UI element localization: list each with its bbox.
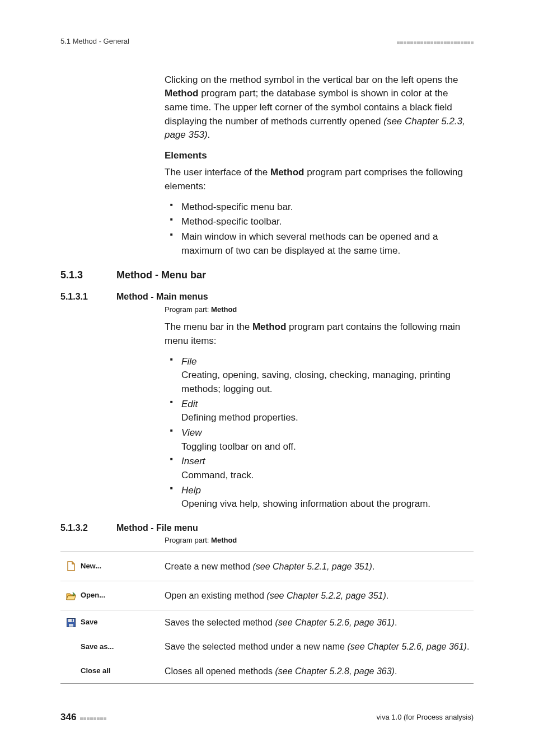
running-header-left: 5.1 Method - General	[60, 36, 129, 47]
page-number: 346	[60, 711, 76, 725]
menu-item-label: Save	[81, 617, 97, 628]
menubar-lead: The menu bar in the Method program part …	[165, 320, 474, 348]
menu-item-desc: Closes all opened methods (see Chapter 5…	[165, 665, 474, 678]
table-row: Open... Open an existing method (see Cha…	[60, 581, 474, 610]
menu-item-label: New...	[81, 561, 101, 572]
main-menus-list: FileCreating, opening, saving, closing, …	[165, 355, 474, 511]
table-row: Close all Closes all opened methods (see…	[60, 659, 474, 683]
menu-item-label: Save as...	[81, 642, 114, 652]
table-row: New... Create a new method (see Chapter …	[60, 552, 474, 581]
header-dots-decoration	[396, 35, 474, 49]
menu-item-desc: Create a new method (see Chapter 5.2.1, …	[165, 560, 474, 573]
program-part-label: Program part: Method	[165, 305, 474, 315]
section-5-1-3-1-heading: 5.1.3.1 Method - Main menus	[60, 290, 474, 303]
menu-item-desc: Saves the selected method (see Chapter 5…	[165, 616, 474, 629]
elements-list: Method-specific menu bar. Method-specifi…	[165, 200, 474, 258]
file-menu-table: New... Create a new method (see Chapter …	[60, 552, 474, 684]
intro-paragraph: Clicking on the method symbol in the ver…	[165, 73, 474, 142]
footer-right-text: viva 1.0 (for Process analysis)	[377, 712, 474, 723]
svg-rect-2	[69, 624, 73, 627]
list-item: Main window in which several methods can…	[165, 230, 474, 258]
open-folder-icon	[66, 591, 76, 601]
footer-dots-decoration	[79, 711, 106, 725]
menu-item-label: Open...	[81, 590, 105, 601]
list-item: FileCreating, opening, saving, closing, …	[165, 355, 474, 396]
table-row: Save as... Save the selected method unde…	[60, 634, 474, 659]
list-item: Method-specific toolbar.	[165, 215, 474, 229]
svg-rect-3	[72, 619, 73, 622]
list-item: HelpOpening viva help, showing informati…	[165, 484, 474, 511]
table-row: Save Saves the selected method (see Chap…	[60, 610, 474, 634]
menu-item-label: Close all	[81, 666, 110, 676]
list-item: InsertCommand, track.	[165, 455, 474, 482]
section-5-1-3-2-heading: 5.1.3.2 Method - File menu	[60, 521, 474, 534]
elements-heading: Elements	[165, 149, 474, 163]
menu-item-desc: Open an existing method (see Chapter 5.2…	[165, 589, 474, 602]
list-item: EditDefining method properties.	[165, 398, 474, 425]
menu-item-desc: Save the selected method under a new nam…	[165, 640, 474, 653]
program-part-label: Program part: Method	[165, 535, 474, 546]
svg-rect-1	[68, 619, 74, 622]
new-file-icon	[66, 561, 76, 571]
list-item: ViewToggling toolbar on and off.	[165, 426, 474, 454]
section-5-1-3-heading: 5.1.3 Method - Menu bar	[60, 268, 474, 282]
elements-lead: The user interface of the Method program…	[165, 166, 474, 193]
list-item: Method-specific menu bar.	[165, 200, 474, 214]
save-disk-icon	[66, 618, 76, 628]
